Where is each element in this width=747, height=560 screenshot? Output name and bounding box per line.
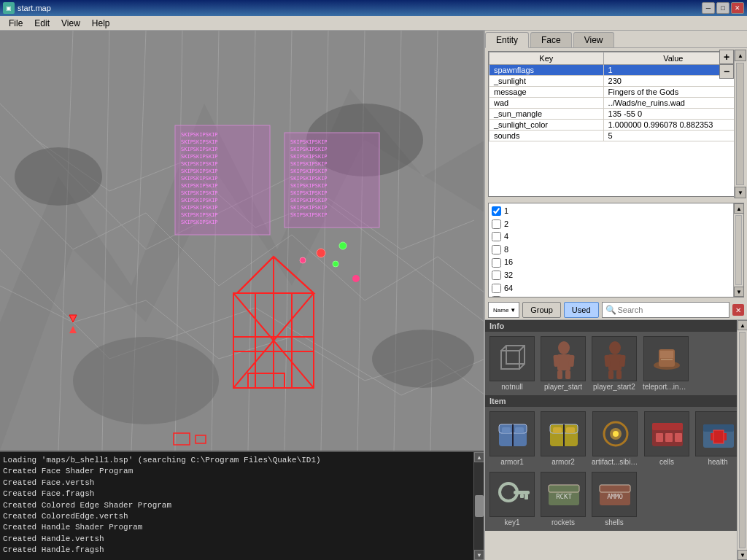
name-dropdown[interactable]: Name ▼ (488, 302, 519, 318)
checkbox-row[interactable]: 64 (492, 282, 730, 295)
svg-point-134 (613, 431, 619, 437)
search-icon: 🔍 (605, 305, 616, 315)
item-armor2[interactable]: armor2 (539, 410, 587, 467)
console-line-7: Created Handle.vertsh (3, 534, 481, 545)
svg-text:SKIPSKIPSKIP: SKIPSKIPSKIP (181, 176, 218, 182)
svg-rect-137 (652, 423, 683, 430)
browser-scroll-up[interactable]: ▲ (738, 320, 747, 330)
checkbox-4[interactable] (492, 232, 501, 241)
checkbox-128[interactable] (492, 296, 501, 298)
group-button[interactable]: Group (522, 302, 561, 318)
checkbox-64[interactable] (492, 284, 501, 293)
svg-rect-150 (525, 494, 528, 499)
table-row[interactable]: wad../Wads/ne_ruins.wad (489, 98, 743, 109)
entity-table-scrollbar[interactable]: ▲ ▼ (734, 50, 746, 198)
checkbox-1[interactable] (492, 206, 501, 216)
svg-point-73 (300, 257, 306, 263)
3d-viewport[interactable]: SKIPSKIPSKIP SKIPSKIPSKIP SKIPSKIPSKIP S… (0, 31, 484, 451)
used-button[interactable]: Used (564, 302, 599, 318)
table-row[interactable]: sounds5 (489, 131, 743, 141)
checkbox-row[interactable]: 16 (492, 256, 730, 269)
info-item-notnull[interactable]: notnull (488, 335, 536, 392)
table-row[interactable]: _sunlight230 (489, 76, 743, 87)
entity-browser: Info notnull player_start player_start2 (485, 320, 747, 560)
checkboxes-scrollbar[interactable]: ▲ ▼ (733, 203, 743, 297)
checkbox-2[interactable] (492, 219, 501, 229)
svg-text:SKIPSKIPSKIP: SKIPSKIPSKIP (290, 212, 328, 218)
svg-point-77 (352, 275, 360, 282)
item-shells[interactable]: AMMO shells (590, 470, 638, 528)
checkbox-16[interactable] (492, 258, 501, 268)
svg-point-44 (372, 330, 474, 388)
svg-point-71 (317, 249, 325, 257)
info-item-player_start[interactable]: player_start (539, 335, 587, 392)
item-key1[interactable]: key1 (488, 470, 536, 528)
tab-view[interactable]: View (573, 32, 614, 47)
browser-scroll-thumb[interactable] (739, 332, 746, 548)
svg-rect-109 (608, 354, 622, 370)
table-row[interactable]: _sun_mangle135 -55 0 (489, 109, 743, 120)
table-row[interactable]: _sunlight_color1.000000 0.996078 0.88235… (489, 120, 743, 131)
item-rockets[interactable]: RCKT rockets (539, 470, 587, 528)
table-scroll-down[interactable]: ▼ (735, 187, 746, 198)
svg-rect-105 (557, 370, 562, 379)
menu-help[interactable]: Help (86, 17, 116, 30)
menu-edit[interactable]: Edit (28, 17, 55, 30)
cb-scroll-up[interactable]: ▲ (734, 203, 744, 214)
close-button[interactable]: ✕ (731, 2, 744, 14)
svg-text:SKIPSKIPSKIP: SKIPSKIPSKIP (290, 205, 328, 211)
svg-rect-139 (665, 433, 673, 442)
svg-rect-151 (520, 494, 524, 498)
info-item-player_start2[interactable]: player_start2 (590, 335, 638, 392)
item-header: Item (485, 395, 747, 407)
svg-point-101 (558, 341, 570, 354)
info-item-teleport_destination[interactable]: teleport...ination (641, 335, 691, 392)
search-clear-button[interactable]: ✕ (732, 304, 744, 316)
browser-scroll-down[interactable]: ▼ (738, 550, 747, 560)
table-scroll-up[interactable]: ▲ (735, 50, 746, 61)
table-row[interactable]: messageFingers of the Gods (489, 87, 743, 98)
tab-face[interactable]: Face (530, 32, 572, 47)
checkbox-row[interactable]: 2 (492, 218, 730, 231)
cb-scroll-down[interactable]: ▼ (734, 287, 744, 297)
svg-point-41 (15, 147, 102, 206)
svg-text:SKIPSKIPSKIP: SKIPSKIPSKIP (290, 176, 328, 182)
checkbox-row[interactable]: 8 (492, 244, 730, 257)
checkbox-32[interactable] (492, 271, 501, 280)
console-scrollbar[interactable]: ▲ ▼ (473, 452, 484, 560)
svg-rect-138 (656, 433, 663, 442)
item-artifact_invisibility[interactable]: artifact...sibility (590, 410, 640, 467)
search-input[interactable] (618, 306, 726, 314)
console-scroll-up[interactable]: ▲ (474, 452, 484, 462)
app-icon: ▣ (3, 2, 15, 14)
table-scroll-thumb[interactable] (736, 63, 744, 185)
console-scroll-thumb[interactable] (475, 495, 484, 517)
cb-scroll-thumb[interactable] (735, 215, 742, 285)
browser-scrollbar[interactable]: ▲ ▼ (737, 320, 747, 560)
entity-add-button[interactable]: + (719, 50, 734, 64)
item-label: armor1 (500, 458, 524, 466)
tab-entity[interactable]: Entity (485, 32, 529, 48)
checkbox-row[interactable]: 1 (492, 205, 730, 218)
item-health[interactable]: health (694, 410, 742, 467)
svg-rect-145 (711, 433, 727, 440)
checkbox-8[interactable] (492, 245, 501, 254)
svg-text:SKIPSKIPSKIP: SKIPSKIPSKIP (181, 132, 218, 138)
item-cells[interactable]: cells (643, 410, 691, 467)
table-row[interactable]: spawnflags1 (489, 65, 743, 76)
entity-remove-button[interactable]: − (719, 64, 734, 79)
checkbox-row[interactable]: 32 (492, 269, 730, 282)
checkbox-row[interactable]: 128 (492, 295, 730, 298)
menu-file[interactable]: File (3, 17, 28, 30)
maximize-button[interactable]: □ (716, 2, 729, 14)
checkbox-row[interactable]: 4 (492, 230, 730, 244)
item-armor1[interactable]: armor1 (488, 410, 536, 467)
checkbox-label: 4 (504, 230, 508, 244)
console-scroll-down[interactable]: ▼ (474, 550, 484, 560)
checkbox-label: 1 (504, 205, 508, 218)
search-box: 🔍 (602, 302, 729, 318)
menu-view[interactable]: View (55, 17, 86, 30)
checkboxes-panel: 1248163264128 ▲ ▼ (488, 203, 744, 298)
svg-text:SKIPSKIPSKIP: SKIPSKIPSKIP (181, 147, 218, 152)
minimize-button[interactable]: ─ (702, 2, 715, 14)
